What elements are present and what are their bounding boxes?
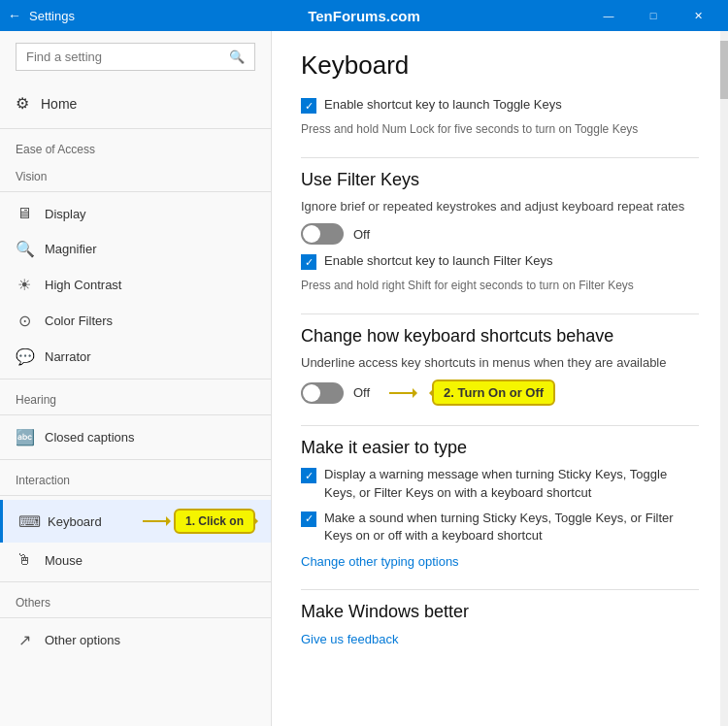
easier-typing-checkbox1[interactable]: ✓ [301,468,316,483]
easier-typing-checkbox2-label: Make a sound when turning Sticky Keys, T… [324,510,699,544]
ease-of-access-label: Ease of Access [0,133,271,160]
separator-2 [0,191,271,192]
checkbox-check-et1-icon: ✓ [305,470,314,482]
others-label: Others [0,586,271,613]
minimize-button[interactable]: — [586,0,631,31]
toggle-keys-checkbox-label: Enable shortcut key to launch Toggle Key… [324,96,562,114]
closed-captions-icon: 🔤 [16,428,33,446]
sidebar-item-high-contrast[interactable]: ☀ High Contrast [0,267,271,303]
sidebar-item-label-closed-captions: Closed captions [45,430,135,445]
search-input[interactable] [26,50,223,64]
interaction-label: Interaction [0,464,271,491]
keyboard-icon: ⌨ [18,512,36,531]
separator-5 [0,459,271,460]
color-filters-icon: ⊙ [16,312,33,330]
checkbox-check-icon: ✓ [305,100,314,113]
sidebar-item-label-high-contrast: High Contrast [45,278,121,292]
maximize-button[interactable]: □ [631,0,676,31]
vision-label: Vision [0,160,271,187]
filter-keys-title: Use Filter Keys [301,170,699,190]
sidebar-item-narrator[interactable]: 💬 Narrator [0,339,271,375]
filter-keys-toggle-label: Off [353,227,370,242]
shortcuts-toggle[interactable] [301,382,344,404]
easier-typing-section: Make it easier to type ✓ Display a warni… [301,438,699,570]
shortcuts-title: Change how keyboard shortcuts behave [301,326,699,346]
separator-4 [0,414,271,415]
separator-3 [0,379,271,380]
shortcuts-section: Change how keyboard shortcuts behave Und… [301,326,699,406]
titlebar: ← Settings TenForums.com — □ ✕ [0,0,728,31]
content-area: Keyboard ✓ Enable shortcut key to launch… [272,31,728,726]
sidebar-item-label-keyboard: Keyboard [48,514,102,529]
click-on-callout: 1. Click on [174,509,255,534]
toggle-keys-description: Press and hold Num Lock for five seconds… [301,121,699,138]
sidebar-item-mouse[interactable]: 🖱 Mouse [0,543,271,578]
sidebar-item-label-magnifier: Magnifier [45,242,96,256]
content-separator-2 [301,314,699,314]
scrollbar-thumb[interactable] [720,41,728,99]
sidebar: 🔍 ⚙ Home Ease of Access Vision 🖥 Display… [0,31,272,726]
window-controls: — □ ✕ [586,0,720,31]
mouse-icon: 🖱 [16,551,33,569]
sidebar-item-closed-captions[interactable]: 🔤 Closed captions [0,419,271,455]
separator-6 [0,495,271,496]
easier-typing-title: Make it easier to type [301,438,699,458]
sidebar-item-magnifier[interactable]: 🔍 Magnifier [0,231,271,267]
search-icon: 🔍 [229,50,245,64]
sidebar-item-home[interactable]: ⚙ Home [0,82,271,124]
shortcuts-toggle-knob [303,384,320,402]
sidebar-item-other-options[interactable]: ↗ Other options [0,622,271,658]
high-contrast-icon: ☀ [16,276,33,294]
close-button[interactable]: ✕ [676,0,720,31]
checkbox-check-filter-icon: ✓ [305,256,314,269]
shortcuts-toggle-label: Off [353,385,370,400]
home-label: Home [41,96,77,112]
app-title: Settings [29,9,75,23]
toggle-keys-checkbox-row: ✓ Enable shortcut key to launch Toggle K… [301,96,699,114]
separator-8 [0,617,271,618]
sidebar-item-label-color-filters: Color Filters [45,314,113,328]
scrollbar-track[interactable] [720,31,728,726]
sidebar-item-color-filters[interactable]: ⊙ Color Filters [0,303,271,339]
magnifier-icon: 🔍 [16,240,33,258]
change-typing-options-link[interactable]: Change other typing options [301,554,459,569]
easier-typing-checkbox1-label: Display a warning message when turning S… [324,466,699,501]
page-title: Keyboard [301,50,699,81]
content-separator-3 [301,425,699,426]
home-icon: ⚙ [16,94,29,113]
separator-7 [0,581,271,582]
sidebar-item-keyboard[interactable]: ⌨ Keyboard 1. Click on [0,500,271,543]
easier-typing-checkbox1-row: ✓ Display a warning message when turning… [301,466,699,501]
filter-keys-description: Ignore brief or repeated keystrokes and … [301,198,699,215]
give-feedback-link[interactable]: Give us feedback [301,632,398,646]
search-box[interactable]: 🔍 [16,43,255,71]
easier-typing-checkbox2[interactable]: ✓ [301,512,316,527]
display-icon: 🖥 [16,205,33,222]
separator-1 [0,128,271,129]
windows-better-title: Make Windows better [301,602,699,622]
sidebar-item-display[interactable]: 🖥 Display [0,196,271,231]
shortcuts-description: Underline access key shortcuts in menus … [301,354,699,372]
hearing-label: Hearing [0,383,271,411]
sidebar-item-label-other-options: Other options [45,633,120,647]
filter-keys-checkbox[interactable]: ✓ [301,254,316,270]
toggle-keys-checkbox[interactable]: ✓ [301,98,316,114]
other-options-icon: ↗ [16,631,33,649]
shortcuts-toggle-row: Off 2. Turn On or Off [301,380,699,406]
filter-keys-toggle-row: Off [301,223,699,245]
checkbox-check-et2-icon: ✓ [305,512,314,525]
sidebar-item-label-display: Display [45,207,86,221]
filter-keys-toggle[interactable] [301,223,344,245]
sidebar-item-label-narrator: Narrator [45,349,91,364]
toggle-knob [303,225,320,243]
narrator-icon: 💬 [16,347,33,366]
sidebar-item-label-mouse: Mouse [45,553,83,568]
back-button[interactable]: ← [8,8,21,23]
toggle-keys-section: ✓ Enable shortcut key to launch Toggle K… [301,96,699,138]
content-separator-4 [301,589,699,590]
tenforums-watermark: TenForums.com [308,8,420,24]
filter-keys-section: Use Filter Keys Ignore brief or repeated… [301,170,699,294]
filter-keys-checkbox-row: ✓ Enable shortcut key to launch Filter K… [301,252,699,270]
content-separator-1 [301,157,699,158]
windows-better-section: Make Windows better Give us feedback [301,602,699,647]
